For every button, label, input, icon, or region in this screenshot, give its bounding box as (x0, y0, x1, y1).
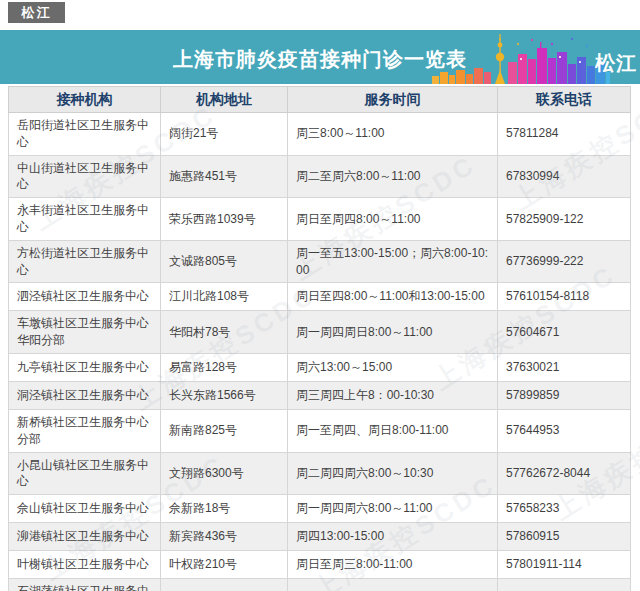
cell-address: 文诚路805号 (161, 240, 288, 283)
cell-institution: 泗泾镇社区卫生服务中心 (9, 283, 161, 311)
cell-address: 文翔路6300号 (161, 452, 288, 495)
table-row: 叶榭镇社区卫生服务中心 叶权路210号 周日至周三8:00-11:00 5780… (9, 551, 631, 579)
cell-phone: 57762672-8044 (498, 452, 631, 495)
cell-hours: 周三周四上午8：00-10:30 (288, 381, 498, 409)
cell-phone: 57860915 (498, 523, 631, 551)
cell-phone: 57610154-8118 (498, 283, 631, 311)
cell-address: 叶权路210号 (161, 551, 288, 579)
cell-hours: 周三8:00～11:00 (288, 113, 498, 156)
cell-institution: 小昆山镇社区卫生服务中心 (9, 452, 161, 495)
cell-hours: 周日至四8:00～11:00和13:00-15:00 (288, 283, 498, 311)
cell-phone: 57899859 (498, 381, 631, 409)
cell-institution: 永丰街道社区卫生服务中心 (9, 198, 161, 241)
cell-hours: 周二周四周六8:00～10:30 (288, 452, 498, 495)
cell-institution: 佘山镇社区卫生服务中心 (9, 495, 161, 523)
header-phone: 联系电话 (498, 87, 631, 113)
cell-phone: 67736999-222 (498, 240, 631, 283)
cell-institution: 岳阳街道社区卫生服务中心 (9, 113, 161, 156)
table-row: 石湖荡镇社区卫生服务中心 石湖新路99号 周四8:00～11:00 576535… (9, 579, 631, 591)
cell-address: 佘新路18号 (161, 495, 288, 523)
cell-address: 阔街21号 (161, 113, 288, 156)
cell-phone: 37630021 (498, 353, 631, 381)
cell-address: 荣乐西路1039号 (161, 198, 288, 241)
cell-institution: 新桥镇社区卫生服务中心分部 (9, 409, 161, 452)
clinic-table: 接种机构 机构地址 服务时间 联系电话 岳阳街道社区卫生服务中心 阔街21号 周… (8, 86, 631, 591)
table-row: 泖港镇社区卫生服务中心 新宾路436号 周四13:00-15:00 578609… (9, 523, 631, 551)
table-row: 小昆山镇社区卫生服务中心 文翔路6300号 周二周四周六8:00～10:30 5… (9, 452, 631, 495)
cell-address: 施惠路451号 (161, 155, 288, 198)
cell-institution: 车墩镇社区卫生服务中心华阳分部 (9, 311, 161, 354)
cell-address: 华阳村78号 (161, 311, 288, 354)
cell-hours: 周一周四周六8:00～11:00 (288, 495, 498, 523)
cell-hours: 周四8:00～11:00 (288, 579, 498, 591)
cell-address: 新宾路436号 (161, 523, 288, 551)
cell-institution: 中山街道社区卫生服务中心 (9, 155, 161, 198)
cell-institution: 叶榭镇社区卫生服务中心 (9, 551, 161, 579)
city-skyline-icon (432, 32, 610, 84)
cell-hours: 周日至周三8:00-11:00 (288, 551, 498, 579)
cell-address: 长兴东路1566号 (161, 381, 288, 409)
table-row: 车墩镇社区卫生服务中心华阳分部 华阳村78号 周一周四周日8:00～11:00 … (9, 311, 631, 354)
page: 上海疾控SCDC 上海疾控SCDC 上海疾控SCDC 上海疾控SCDC 上海疾控… (0, 0, 640, 591)
cell-hours: 周一至周四、周日8:00-11:00 (288, 409, 498, 452)
cell-institution: 九亭镇社区卫生服务中心 (9, 353, 161, 381)
header-institution: 接种机构 (9, 87, 161, 113)
cell-institution: 洞泾镇社区卫生服务中心 (9, 381, 161, 409)
table-row: 方松街道社区卫生服务中心 文诚路805号 周一至五13:00-15:00；周六8… (9, 240, 631, 283)
cell-address: 江川北路108号 (161, 283, 288, 311)
banner-region-label: 松江 (595, 50, 637, 77)
table-row: 岳阳街道社区卫生服务中心 阔街21号 周三8:00～11:00 57811284 (9, 113, 631, 156)
table-header-row: 接种机构 机构地址 服务时间 联系电话 (9, 87, 631, 113)
table-row: 新桥镇社区卫生服务中心分部 新南路825号 周一至周四、周日8:00-11:00… (9, 409, 631, 452)
cell-phone: 57811284 (498, 113, 631, 156)
cell-phone: 57604671 (498, 311, 631, 354)
cell-hours: 周一周四周日8:00～11:00 (288, 311, 498, 354)
cell-address: 新南路825号 (161, 409, 288, 452)
cell-phone: 57825909-122 (498, 198, 631, 241)
cell-hours: 周六13:00～15:00 (288, 353, 498, 381)
cell-phone: 57653545-8003 (498, 579, 631, 591)
region-tag: 松江 (8, 2, 65, 23)
table-row: 中山街道社区卫生服务中心 施惠路451号 周二至周六8:00～11:00 678… (9, 155, 631, 198)
cell-phone: 67830994 (498, 155, 631, 198)
cell-institution: 石湖荡镇社区卫生服务中心 (9, 579, 161, 591)
cell-phone: 57658233 (498, 495, 631, 523)
cell-institution: 方松街道社区卫生服务中心 (9, 240, 161, 283)
banner: 上海市肺炎疫苗接种门诊一览表 (0, 30, 640, 84)
cell-hours: 周一至五13:00-15:00；周六8:00-10:00 (288, 240, 498, 283)
cell-phone: 57644953 (498, 409, 631, 452)
cell-address: 易富路128号 (161, 353, 288, 381)
table-row: 佘山镇社区卫生服务中心 佘新路18号 周一周四周六8:00～11:00 5765… (9, 495, 631, 523)
header-hours: 服务时间 (288, 87, 498, 113)
table-row: 洞泾镇社区卫生服务中心 长兴东路1566号 周三周四上午8：00-10:30 5… (9, 381, 631, 409)
table-row: 永丰街道社区卫生服务中心 荣乐西路1039号 周日至周四8:00～11:00 5… (9, 198, 631, 241)
cell-hours: 周日至周四8:00～11:00 (288, 198, 498, 241)
cell-phone: 57801911-114 (498, 551, 631, 579)
cell-institution: 泖港镇社区卫生服务中心 (9, 523, 161, 551)
table-row: 九亭镇社区卫生服务中心 易富路128号 周六13:00～15:00 376300… (9, 353, 631, 381)
table-row: 泗泾镇社区卫生服务中心 江川北路108号 周日至四8:00～11:00和13:0… (9, 283, 631, 311)
cell-hours: 周四13:00-15:00 (288, 523, 498, 551)
cell-address: 石湖新路99号 (161, 579, 288, 591)
cell-hours: 周二至周六8:00～11:00 (288, 155, 498, 198)
header-address: 机构地址 (161, 87, 288, 113)
